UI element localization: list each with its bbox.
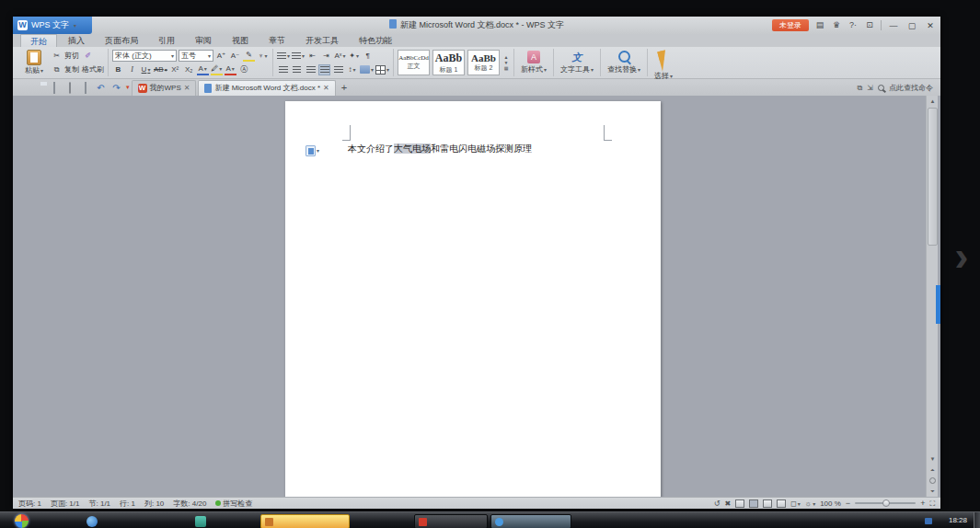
tab-insert[interactable]: 插入 — [59, 34, 94, 47]
new-style-button[interactable]: A 新样式 — [518, 50, 549, 75]
status-word-count[interactable]: 字数: 4/20 — [173, 499, 206, 509]
superscript-button[interactable]: X² — [169, 64, 181, 75]
italic-button[interactable]: I — [126, 64, 138, 75]
taskbar-app-icon[interactable] — [193, 514, 208, 528]
text-tool-button[interactable]: 文 文字工具 — [558, 50, 596, 75]
maximize-button[interactable]: ▢ — [905, 20, 918, 31]
shading-button[interactable] — [360, 64, 374, 75]
tab-home[interactable]: 开始 — [20, 34, 57, 47]
zoom-percent[interactable]: 100 % — [820, 499, 841, 508]
tab-developer[interactable]: 开发工具 — [296, 34, 348, 47]
export-pdf-icon[interactable] — [48, 82, 60, 94]
cut-button[interactable]: ✂ 剪切 — [51, 50, 79, 62]
new-tab-button[interactable]: + — [336, 82, 352, 93]
web-view-icon[interactable] — [777, 499, 786, 508]
style-normal[interactable]: AaBbCcDd 正文 — [398, 50, 430, 75]
task-pane-handle[interactable] — [936, 285, 940, 324]
align-center-button[interactable] — [291, 64, 303, 75]
arrange-icon[interactable]: ⇲ — [867, 84, 873, 92]
minimize-button[interactable]: — — [887, 20, 900, 31]
line-spacing-button[interactable]: ↕ — [346, 64, 358, 75]
previous-page-icon[interactable]: ⏶ — [927, 465, 939, 476]
strikethrough-button[interactable]: AB — [154, 64, 167, 75]
underline-button[interactable]: U — [140, 64, 152, 75]
tab-special-features[interactable]: 特色功能 — [350, 34, 401, 47]
character-border-button[interactable]: A — [197, 64, 209, 75]
document-text-line[interactable]: 本文介绍了大气电场和雷电闪电磁场探测原理 — [348, 143, 532, 155]
highlight-color-button[interactable]: 🖉 — [211, 64, 223, 75]
scrollbar-thumb[interactable] — [928, 108, 938, 246]
tab-page-layout[interactable]: 页面布局 — [96, 34, 147, 47]
taskbar-browser-icon[interactable] — [85, 514, 99, 528]
briefcase-icon[interactable]: ▤ — [814, 20, 825, 30]
zoom-in-button[interactable]: + — [920, 499, 925, 508]
subscript-button[interactable]: X₂ — [183, 64, 195, 75]
decrease-indent-button[interactable]: ⇤ — [306, 51, 318, 62]
font-size-select[interactable]: 五号 — [179, 50, 213, 62]
fullscreen-toggle-icon[interactable]: ⛶ — [929, 499, 935, 508]
style-heading1[interactable]: AaBb 标题 1 — [432, 50, 465, 75]
spellcheck-status[interactable]: 拼写检查 — [215, 499, 252, 509]
taskbar-flashing-window-button[interactable] — [260, 514, 350, 528]
wps-app-menu-button[interactable]: W WPS 文字 — [13, 17, 92, 34]
font-color-button[interactable]: A — [225, 64, 236, 75]
taskbar-window-button-red[interactable] — [414, 514, 488, 528]
justify-button[interactable] — [318, 64, 330, 75]
crown-member-icon[interactable]: ♛ — [831, 20, 842, 30]
close-doc-tab-icon[interactable]: ✕ — [323, 84, 329, 92]
paste-button[interactable]: 粘贴 — [20, 50, 48, 75]
shrink-font-button[interactable]: A⁻ — [229, 51, 241, 62]
styles-more-icon[interactable]: ▦ — [502, 66, 510, 70]
tab-list-caret-icon[interactable]: ▾ — [126, 84, 130, 91]
next-page-icon[interactable]: ⏷ — [927, 486, 939, 497]
distribute-button[interactable] — [332, 64, 344, 75]
copy-button[interactable]: ⧉ 复制 — [51, 63, 79, 75]
numbered-list-button[interactable] — [292, 51, 305, 62]
show-marks-button[interactable]: ¶ — [362, 51, 374, 62]
fullscreen-view-icon[interactable] — [749, 499, 758, 508]
print-preview-icon[interactable] — [79, 82, 91, 94]
select-button[interactable]: 选择 — [651, 50, 675, 75]
document-page[interactable]: ▾ 本文介绍了大气电场和雷电闪电磁场探测原理 — [285, 101, 661, 497]
borders-button[interactable] — [375, 64, 389, 75]
grow-font-button[interactable]: A⁺ — [215, 51, 227, 62]
format-painter-button[interactable]: 格式刷 — [82, 63, 104, 75]
taskbar-clock[interactable]: 18:28 — [949, 516, 967, 524]
close-button[interactable]: ✕ — [924, 20, 937, 31]
skin-settings-icon[interactable]: ⊡ — [864, 20, 875, 30]
fit-selection-icon[interactable]: ✖ — [724, 499, 731, 508]
styles-scroll-down-icon[interactable]: ▼ — [502, 61, 510, 64]
clear-format-button[interactable]: ✦ — [348, 51, 360, 62]
outline-view-icon[interactable] — [763, 499, 772, 508]
tab-references[interactable]: 引用 — [149, 34, 184, 47]
night-mode-icon[interactable]: ☼ — [805, 499, 815, 508]
history-version-icon[interactable]: ↺ — [714, 499, 721, 508]
scroll-up-icon[interactable]: ▲ — [927, 96, 939, 107]
help-button[interactable]: ?· — [847, 20, 859, 30]
document-tab[interactable]: 新建 Microsoft Word 文档.docx * ✕ — [198, 80, 335, 96]
home-tab-wps[interactable]: W 我的WPS ✕ — [132, 80, 197, 96]
show-desktop-button[interactable] — [974, 512, 980, 528]
enclose-character-button[interactable]: Ⓐ — [238, 64, 250, 75]
zoom-slider[interactable] — [855, 502, 916, 504]
zoom-slider-knob[interactable] — [882, 499, 890, 507]
print-icon[interactable] — [63, 82, 75, 94]
tray-icon[interactable] — [925, 518, 932, 524]
save-icon[interactable] — [32, 82, 44, 94]
align-right-button[interactable] — [305, 64, 317, 75]
char-scale-button[interactable]: Aˣ — [334, 51, 346, 62]
bold-button[interactable]: B — [112, 64, 124, 75]
start-button[interactable] — [15, 514, 29, 528]
styles-scroll-up-icon[interactable]: ▲ — [502, 55, 510, 59]
open-file-icon[interactable] — [17, 82, 29, 94]
tab-view[interactable]: 视图 — [223, 34, 258, 47]
login-button[interactable]: 未登录 — [772, 19, 809, 31]
style-heading2[interactable]: AaBb 标题 2 — [467, 50, 500, 75]
paste-options-button[interactable]: ▾ — [306, 144, 326, 156]
redo-icon[interactable]: ↷ — [110, 82, 122, 94]
tab-review[interactable]: 审阅 — [186, 34, 221, 47]
close-home-tab-icon[interactable]: ✕ — [184, 84, 190, 92]
text-effects-button[interactable]: ♆ — [257, 51, 269, 62]
font-family-select[interactable]: 宋体 (正文) — [112, 50, 177, 62]
page-view-icon[interactable] — [735, 499, 744, 508]
